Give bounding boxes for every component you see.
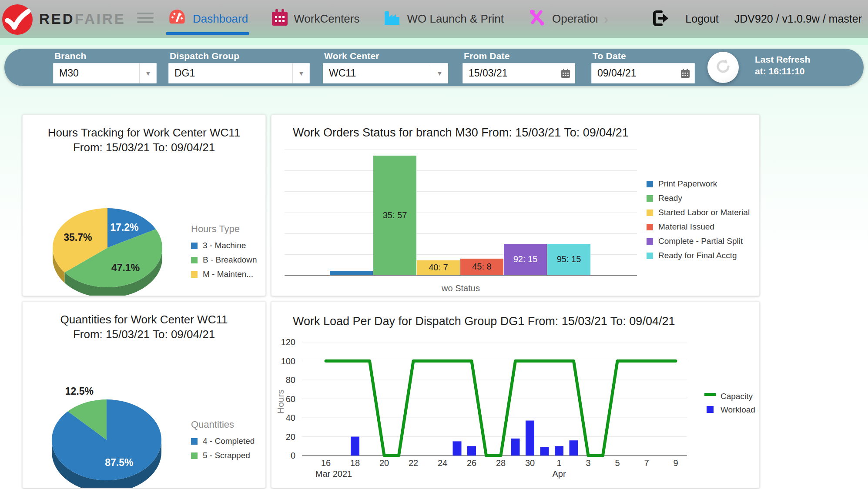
card-quantities: Quantities for Work Center WC11 From: 15…	[22, 301, 266, 488]
from-date-value: 15/03/21	[462, 67, 556, 79]
dispatch-group-value: DG1	[168, 67, 292, 79]
status-bar	[330, 271, 373, 275]
workload-bar	[555, 446, 563, 456]
tab-dashboard[interactable]: Dashboard	[167, 0, 248, 38]
gridline	[285, 213, 637, 213]
x-axis-title: wo Status	[285, 283, 637, 293]
x-tick-label: 30	[525, 458, 535, 468]
brand-red: RED	[39, 11, 75, 27]
tab-wo-launch-print-label: WO Launch & Print	[407, 12, 504, 26]
legend-label: Ready for Final Acctg	[658, 251, 737, 260]
x-tick-label: 26	[467, 458, 476, 468]
tab-workcenters[interactable]: WorkCenters	[271, 0, 359, 38]
calendar-icon	[271, 8, 288, 30]
work-center-value: WC11	[323, 67, 431, 79]
top-navbar: REDFAIRE Dashboard	[0, 0, 868, 38]
refresh-button[interactable]	[707, 52, 739, 83]
gridline	[285, 191, 637, 192]
gridline	[285, 233, 637, 234]
dropdown-arrow-icon[interactable]: ▼	[139, 63, 157, 83]
legend-item: Ready for Final Acctg	[647, 251, 750, 260]
x-tick-label: 16	[321, 458, 331, 468]
mint-divider-band	[0, 38, 868, 45]
dispatch-group-label: Dispatch Group	[170, 51, 310, 61]
bar-value-label: 92: 15	[504, 254, 547, 264]
legend-item: Print Paperwork	[647, 179, 750, 189]
hamburger-menu-icon[interactable]	[137, 13, 154, 26]
dispatch-group-dropdown[interactable]: DG1 ▼	[168, 63, 310, 83]
legend-label: Complete - Partial Split	[658, 236, 743, 246]
workload-bar	[511, 439, 520, 456]
y-axis-title: Hours	[275, 389, 285, 414]
from-date-input[interactable]: 15/03/21	[462, 63, 575, 83]
gauge-icon	[167, 8, 187, 30]
x-axis-line	[285, 275, 637, 276]
bar-value-label: 45: 8	[460, 262, 503, 272]
workload-bar	[467, 446, 476, 456]
dashboard-page: REDFAIRE Dashboard	[0, 0, 868, 489]
y-tick-label: 20	[286, 432, 295, 442]
bar-value-label: 40: 7	[417, 263, 460, 273]
x-tick-label: 20	[379, 458, 389, 468]
card-work-load: Work Load Per Day for Dispatch Group DG1…	[271, 301, 760, 488]
x-tick-label: 24	[438, 458, 447, 468]
y-tick-label: 40	[286, 413, 295, 422]
pie-value-label: 87.5%	[105, 457, 133, 468]
redfaire-logo-icon[interactable]	[2, 4, 33, 35]
legend-swatch	[647, 210, 653, 216]
wo-status-legend: Print PaperworkReadyStarted Labor or Mat…	[647, 179, 750, 265]
legend-label: Material Issued	[658, 222, 714, 232]
tab-wo-launch-print[interactable]: WO Launch & Print	[383, 0, 504, 38]
to-date-label: To Date	[593, 51, 695, 61]
card-work-orders-status: Work Orders Status for branch M30 From: …	[271, 114, 760, 296]
dropdown-arrow-icon[interactable]: ▼	[292, 63, 310, 83]
logout-button[interactable]: Logout	[652, 10, 718, 29]
tab-operations[interactable]: Operations ›	[527, 0, 608, 38]
x-tick-label: 1	[556, 458, 561, 468]
legend-label: 5 - Scrapped	[203, 451, 250, 460]
legend-swatch	[647, 238, 653, 245]
legend-label: 3 - Machine	[203, 241, 246, 250]
legend-swatch	[191, 257, 198, 263]
calendar-picker-icon[interactable]	[676, 63, 695, 83]
dropdown-arrow-icon[interactable]: ▼	[431, 63, 448, 83]
legend-label: M - Mainten...	[203, 269, 253, 279]
workload-bar	[526, 421, 534, 456]
brand-wordmark: REDFAIRE	[39, 0, 126, 38]
refresh-icon	[714, 57, 732, 77]
gridline	[285, 150, 637, 150]
x-tick-label: 18	[350, 458, 360, 468]
legend-label: Started Labor or Material	[658, 208, 750, 217]
legend-label: Workload	[721, 405, 755, 414]
calendar-picker-icon[interactable]	[556, 63, 575, 83]
chevron-right-icon[interactable]: ›	[604, 12, 608, 27]
pie-value-label: 12.5%	[65, 386, 94, 397]
x-axis-period-label: Apr	[552, 469, 566, 479]
bar-value-label: 35: 57	[373, 210, 416, 220]
x-axis-period-label: Mar 2021	[315, 469, 352, 479]
legend-swatch	[647, 253, 653, 259]
legend-item: B - Breakdown	[191, 255, 257, 265]
legend-swatch	[191, 271, 198, 278]
x-tick-label: 22	[409, 458, 418, 468]
legend-title: Quantities	[191, 419, 255, 430]
from-date-label: From Date	[464, 51, 575, 61]
work-load-combo-chart: 020406080100120161820222426283013579Mar …	[271, 302, 760, 488]
legend-line-swatch	[704, 393, 716, 396]
legend-item: 4 - Completed	[191, 436, 255, 446]
capacity-line	[326, 361, 676, 456]
y-tick-label: 100	[281, 356, 295, 366]
brand-faire: FAIRE	[75, 11, 126, 27]
work-center-dropdown[interactable]: WC11 ▼	[323, 63, 448, 83]
legend-item: Complete - Partial Split	[647, 236, 750, 246]
y-tick-label: 0	[291, 451, 295, 460]
to-date-input[interactable]: 09/04/21	[591, 63, 695, 83]
branch-dropdown[interactable]: M30 ▼	[53, 63, 157, 83]
quantities-legend: Quantities4 - Completed5 - Scrapped	[191, 419, 255, 465]
x-tick-label: 7	[644, 458, 649, 468]
legend-label: B - Breakdown	[203, 255, 257, 265]
tab-dashboard-label: Dashboard	[193, 12, 248, 26]
workload-bar	[453, 441, 462, 456]
legend-item: 3 - Machine	[191, 241, 257, 250]
legend-item: Material Issued	[647, 222, 750, 232]
